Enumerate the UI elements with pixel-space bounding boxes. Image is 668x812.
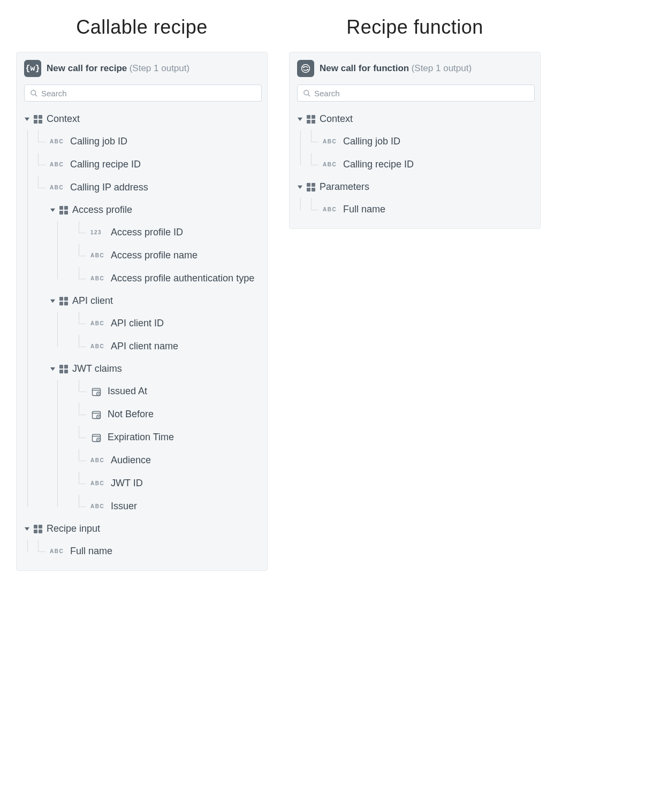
- caret-down-icon: [297, 185, 302, 189]
- tree-toggle-recipe-input[interactable]: Recipe input: [24, 518, 262, 540]
- type-number-icon: 123: [90, 229, 105, 235]
- tree-toggle-jwt-claims[interactable]: JWT claims: [44, 358, 262, 380]
- datapill-calling-job-id[interactable]: ABC Calling job ID: [35, 130, 262, 153]
- search-input-wrap[interactable]: [297, 85, 535, 102]
- type-string-icon: ABC: [323, 206, 338, 212]
- search-icon: [303, 89, 311, 97]
- caret-down-icon: [50, 298, 55, 303]
- svg-marker-25: [298, 118, 302, 121]
- type-string-icon: ABC: [90, 503, 105, 509]
- datapill-access-profile-auth-type[interactable]: ABC Access profile authentication type: [66, 267, 262, 290]
- search-input[interactable]: [38, 89, 256, 98]
- datapill-parameters-full-name[interactable]: ABC Full name: [308, 198, 535, 221]
- object-icon: [59, 365, 68, 373]
- type-date-icon: [90, 409, 102, 420]
- datapill-calling-job-id[interactable]: ABC Calling job ID: [308, 130, 535, 153]
- tree-node-parameters: Parameters ABC Full name: [297, 176, 535, 221]
- caret-down-icon: [24, 526, 29, 531]
- datapill-calling-recipe-id[interactable]: ABC Calling recipe ID: [308, 153, 535, 176]
- type-date-icon: [90, 386, 102, 397]
- object-icon: [307, 115, 315, 124]
- svg-line-24: [308, 94, 310, 96]
- datapill-tree: Context ABC Calling job ID ABC Calling r…: [290, 105, 540, 221]
- type-string-icon: ABC: [90, 480, 105, 486]
- type-string-icon: ABC: [323, 162, 338, 167]
- tree-node-context: Context ABC Calling job ID ABC Calling r…: [297, 108, 535, 176]
- caret-down-icon: [50, 208, 55, 212]
- svg-marker-4: [50, 300, 55, 303]
- type-string-icon: ABC: [323, 139, 338, 144]
- object-icon: [34, 115, 42, 124]
- svg-marker-26: [298, 186, 302, 189]
- caret-down-icon: [50, 366, 55, 371]
- type-string-icon: ABC: [50, 162, 65, 167]
- tree-toggle-parameters[interactable]: Parameters: [297, 176, 535, 198]
- type-string-icon: ABC: [90, 320, 105, 326]
- object-icon: [59, 297, 68, 305]
- object-icon: [307, 183, 315, 191]
- svg-marker-2: [25, 118, 29, 121]
- datapill-api-client-name[interactable]: ABC API client name: [66, 335, 262, 358]
- svg-point-23: [304, 90, 309, 95]
- datapill-jwt-audience[interactable]: ABC Audience: [66, 449, 262, 472]
- caret-down-icon: [24, 117, 29, 121]
- type-string-icon: ABC: [50, 548, 65, 554]
- callable-recipe-column: Callable recipe {w} New call for recipe …: [16, 5, 268, 571]
- tree-toggle-access-profile[interactable]: Access profile: [44, 199, 262, 221]
- panel-header: {w} New call for recipe (Step 1 output): [17, 57, 267, 85]
- svg-line-15: [98, 417, 99, 417]
- search-input[interactable]: [311, 89, 529, 98]
- tree-node-recipe-input: Recipe input ABC Full name: [24, 518, 262, 563]
- callable-recipe-heading: Callable recipe: [76, 16, 208, 39]
- panel-subtitle: (Step 1 output): [412, 63, 472, 73]
- tree-toggle-context[interactable]: Context: [297, 108, 535, 130]
- datapill-jwt-id[interactable]: ABC JWT ID: [66, 472, 262, 495]
- datapill-jwt-expiration-time[interactable]: Expiration Time: [66, 426, 262, 449]
- tree-node-api-client: API client ABC API client ID ABC API cli…: [35, 290, 262, 358]
- datapill-recipe-input-full-name[interactable]: ABC Full name: [35, 540, 262, 563]
- type-date-icon: [90, 432, 102, 443]
- recipe-function-column: Recipe function New call for function (S…: [289, 5, 541, 229]
- object-icon: [34, 525, 42, 533]
- panel-title: New call for function: [320, 63, 409, 73]
- function-badge-icon: [297, 60, 314, 77]
- datapill-calling-recipe-id[interactable]: ABC Calling recipe ID: [35, 153, 262, 176]
- type-string-icon: ABC: [50, 185, 65, 190]
- workato-badge-icon: {w}: [24, 60, 41, 77]
- tree-toggle-api-client[interactable]: API client: [44, 290, 262, 312]
- tree-toggle-context[interactable]: Context: [24, 108, 262, 130]
- search-input-wrap[interactable]: [24, 85, 262, 102]
- svg-marker-21: [25, 527, 29, 531]
- datapill-jwt-not-before[interactable]: Not Before: [66, 403, 262, 426]
- recipe-function-panel: New call for function (Step 1 output) Co…: [289, 52, 541, 229]
- datapill-jwt-issuer[interactable]: ABC Issuer: [66, 495, 262, 518]
- panel-header: New call for function (Step 1 output): [290, 57, 540, 85]
- svg-line-10: [98, 394, 99, 394]
- panel-subtitle: (Step 1 output): [130, 63, 189, 73]
- panel-title: New call for recipe: [47, 63, 127, 73]
- search-icon: [30, 89, 38, 97]
- datapill-jwt-issued-at[interactable]: Issued At: [66, 380, 262, 403]
- datapill-access-profile-name[interactable]: ABC Access profile name: [66, 244, 262, 267]
- svg-marker-3: [50, 209, 55, 212]
- type-string-icon: ABC: [90, 252, 105, 258]
- datapill-calling-ip-address[interactable]: ABC Calling IP address: [35, 176, 262, 199]
- svg-marker-5: [50, 367, 55, 371]
- object-icon: [59, 206, 68, 215]
- type-string-icon: ABC: [90, 343, 105, 349]
- callable-recipe-panel: {w} New call for recipe (Step 1 output): [16, 52, 268, 571]
- datapill-api-client-id[interactable]: ABC API client ID: [66, 312, 262, 335]
- svg-point-0: [31, 90, 36, 95]
- datapill-access-profile-id[interactable]: 123 Access profile ID: [66, 221, 262, 244]
- svg-point-22: [302, 65, 310, 73]
- tree-node-access-profile: Access profile 123 Access profile ID ABC…: [35, 199, 262, 290]
- type-string-icon: ABC: [50, 139, 65, 144]
- tree-node-jwt-claims: JWT claims Issued At: [35, 358, 262, 518]
- type-string-icon: ABC: [90, 275, 105, 281]
- tree-node-context: Context ABC Calling job ID ABC Calling r…: [24, 108, 262, 518]
- type-string-icon: ABC: [90, 457, 105, 463]
- datapill-tree: Context ABC Calling job ID ABC Calling r…: [17, 105, 267, 563]
- caret-down-icon: [297, 117, 302, 121]
- recipe-function-heading: Recipe function: [346, 16, 483, 39]
- svg-line-20: [98, 440, 99, 440]
